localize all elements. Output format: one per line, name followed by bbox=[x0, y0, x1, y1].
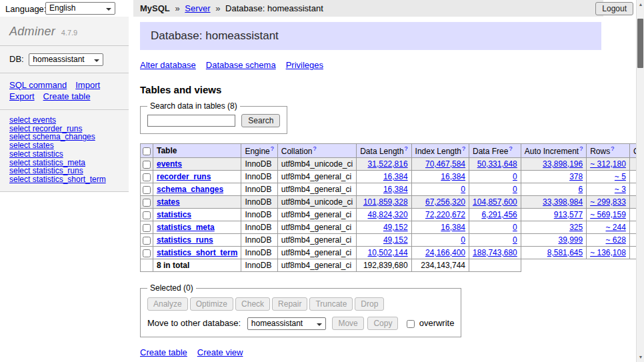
copy-button[interactable]: Copy bbox=[367, 317, 398, 330]
help-icon[interactable]: ? bbox=[271, 145, 274, 152]
row-checkbox[interactable] bbox=[143, 249, 151, 257]
move-db-select[interactable]: homeassistant bbox=[247, 317, 326, 330]
index-length-link[interactable]: 0 bbox=[461, 235, 465, 245]
move-button[interactable]: Move bbox=[332, 317, 363, 330]
index-length-link[interactable]: 16,384 bbox=[441, 223, 465, 232]
index-length-link[interactable]: 72,220,672 bbox=[425, 210, 465, 219]
row-checkbox[interactable] bbox=[143, 173, 151, 181]
index-length-link[interactable]: 24,166,400 bbox=[425, 248, 465, 257]
sidebar-table-link[interactable]: select statistics_short_term bbox=[9, 175, 119, 184]
row-checkbox[interactable] bbox=[143, 186, 151, 194]
rows-link[interactable]: ~ 299,833 bbox=[590, 197, 626, 207]
column-header-rows: Rows? bbox=[587, 144, 630, 158]
sidebar-link[interactable]: Create table bbox=[43, 91, 91, 101]
auto-increment-link[interactable]: 325 bbox=[569, 223, 583, 232]
row-checkbox[interactable] bbox=[143, 237, 151, 245]
language-select[interactable]: English bbox=[45, 2, 115, 15]
data-free-link[interactable]: 188,743,680 bbox=[473, 248, 517, 257]
auto-increment-link[interactable]: 39,999 bbox=[558, 235, 583, 245]
action-link[interactable]: Create view bbox=[197, 347, 243, 357]
data-free-link[interactable]: 0 bbox=[513, 223, 517, 232]
sidebar-link[interactable]: Import bbox=[75, 80, 100, 90]
table-name-link[interactable]: states bbox=[157, 197, 180, 207]
index-length-link[interactable]: 70,467,584 bbox=[425, 159, 465, 169]
data-free-link[interactable]: 50,331,648 bbox=[477, 159, 517, 169]
selected-fieldset: Selected (0) AnalyzeOptimizeCheckRepairT… bbox=[140, 283, 461, 337]
auto-increment-link[interactable]: 378 bbox=[569, 172, 583, 181]
data-free-link[interactable]: 104,857,600 bbox=[473, 197, 517, 207]
search-button[interactable]: Search bbox=[241, 114, 280, 127]
data-length-link[interactable]: 49,152 bbox=[383, 235, 408, 245]
table-name-link[interactable]: statistics bbox=[157, 210, 191, 219]
db-select[interactable]: homeassistant bbox=[29, 53, 103, 66]
data-free-link[interactable]: 0 bbox=[513, 185, 517, 194]
logout-button[interactable]: Logout bbox=[595, 2, 633, 15]
table-name-link[interactable]: recorder_runs bbox=[157, 172, 211, 181]
sidebar-table-link[interactable]: select statistics bbox=[9, 150, 119, 159]
help-icon[interactable]: ? bbox=[611, 145, 614, 152]
data-length-link[interactable]: 16,384 bbox=[383, 185, 408, 194]
data-length-link[interactable]: 16,384 bbox=[383, 172, 408, 181]
data-length-link[interactable]: 31,522,816 bbox=[368, 159, 408, 169]
data-length-link[interactable]: 48,824,320 bbox=[368, 210, 408, 219]
rows-link[interactable]: ~ 628 bbox=[606, 235, 626, 245]
action-link[interactable]: Create table bbox=[140, 347, 187, 357]
auto-increment-link[interactable]: 33,898,196 bbox=[543, 159, 583, 169]
data-free-link[interactable]: 0 bbox=[513, 172, 517, 181]
optimize-button[interactable]: Optimize bbox=[190, 297, 233, 311]
sidebar-table-link[interactable]: select states bbox=[9, 141, 119, 150]
data-free-link[interactable]: 0 bbox=[513, 235, 517, 245]
help-icon[interactable]: ? bbox=[462, 145, 465, 152]
action-link[interactable]: Privileges bbox=[286, 60, 323, 70]
index-length-link[interactable]: 16,384 bbox=[441, 172, 465, 181]
search-input[interactable] bbox=[147, 115, 235, 127]
check-button[interactable]: Check bbox=[235, 297, 270, 311]
breadcrumb-mysql-link[interactable]: MySQL bbox=[140, 3, 170, 13]
overwrite-checkbox[interactable] bbox=[407, 320, 415, 328]
scroll-down-icon[interactable]: ▼ bbox=[637, 353, 644, 362]
truncate-button[interactable]: Truncate bbox=[309, 297, 353, 311]
data-length-link[interactable]: 49,152 bbox=[383, 223, 408, 232]
scroll-up-icon[interactable]: ▲ bbox=[637, 0, 644, 9]
auto-increment-link[interactable]: 8,581,645 bbox=[547, 248, 583, 257]
table-name-link[interactable]: events bbox=[157, 159, 182, 169]
repair-button[interactable]: Repair bbox=[272, 297, 307, 311]
index-length-link[interactable]: 0 bbox=[461, 185, 465, 194]
row-checkbox[interactable] bbox=[143, 161, 151, 169]
auto-increment-link[interactable]: 6 bbox=[578, 185, 583, 194]
help-icon[interactable]: ? bbox=[579, 145, 583, 152]
data-free-link[interactable]: 6,291,456 bbox=[481, 210, 517, 219]
table-name-link[interactable]: statistics_runs bbox=[157, 235, 213, 245]
sidebar-table-link[interactable]: select events bbox=[9, 116, 119, 125]
table-name-link[interactable]: statistics_meta bbox=[157, 223, 215, 232]
sidebar-link[interactable]: Export bbox=[9, 91, 35, 101]
index-length-link[interactable]: 67,256,320 bbox=[425, 197, 465, 207]
scrollbar[interactable]: ▲ ▼ bbox=[636, 0, 644, 362]
rows-link[interactable]: ~ 3 bbox=[615, 185, 626, 194]
action-link[interactable]: Alter database bbox=[140, 60, 196, 70]
data-length-link[interactable]: 10,502,144 bbox=[368, 248, 408, 257]
select-all-checkbox[interactable] bbox=[143, 147, 151, 155]
help-icon[interactable]: ? bbox=[405, 145, 408, 152]
auto-increment-link[interactable]: 33,398,984 bbox=[543, 197, 583, 207]
action-link[interactable]: Database schema bbox=[206, 60, 276, 70]
drop-button[interactable]: Drop bbox=[355, 297, 384, 311]
analyze-button[interactable]: Analyze bbox=[147, 297, 188, 311]
rows-link[interactable]: ~ 569,159 bbox=[590, 210, 626, 219]
table-name-link[interactable]: schema_changes bbox=[157, 185, 223, 194]
scrollbar-thumb[interactable] bbox=[637, 19, 643, 68]
rows-link[interactable]: ~ 244 bbox=[606, 223, 626, 232]
rows-link[interactable]: ~ 312,180 bbox=[590, 159, 626, 169]
breadcrumb-server-link[interactable]: Server bbox=[185, 3, 210, 13]
sidebar-link[interactable]: SQL command bbox=[9, 80, 67, 90]
row-checkbox[interactable] bbox=[143, 199, 151, 207]
rows-link[interactable]: ~ 136,108 bbox=[590, 248, 626, 257]
table-name-link[interactable]: statistics_short_term bbox=[157, 248, 237, 257]
data-length-link[interactable]: 101,859,328 bbox=[363, 197, 408, 207]
help-icon[interactable]: ? bbox=[313, 145, 316, 152]
row-checkbox[interactable] bbox=[143, 211, 151, 219]
row-checkbox[interactable] bbox=[143, 224, 151, 232]
rows-link[interactable]: ~ 5 bbox=[615, 172, 626, 181]
auto-increment-link[interactable]: 913,577 bbox=[554, 210, 583, 219]
help-icon[interactable]: ? bbox=[509, 145, 512, 152]
